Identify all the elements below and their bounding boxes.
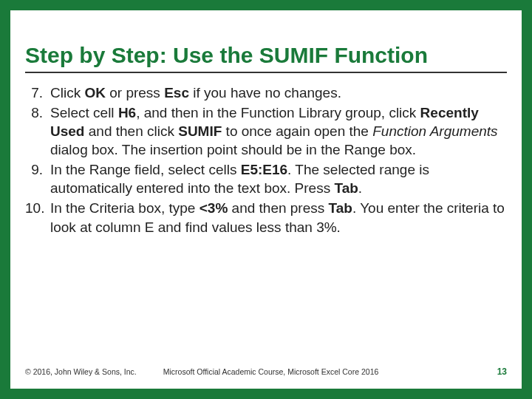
step-number: 10. <box>25 199 50 236</box>
slide-content: Step by Step: Use the SUMIF Function 7. … <box>10 10 522 389</box>
step-text: Click OK or press Esc if you have no cha… <box>50 83 507 102</box>
list-item: 9. In the Range field, select cells E5:E… <box>25 160 507 197</box>
page-title: Step by Step: Use the SUMIF Function <box>25 43 507 67</box>
page-number: 13 <box>497 366 507 377</box>
course-text: Microsoft Official Academic Course, Micr… <box>163 367 497 376</box>
step-text: In the Range field, select cells E5:E16.… <box>50 160 507 197</box>
footer: © 2016, John Wiley & Sons, Inc. Microsof… <box>25 366 507 377</box>
step-number: 8. <box>25 103 50 159</box>
list-item: 8. Select cell H6, and then in the Funct… <box>25 103 507 159</box>
title-rule <box>25 72 507 73</box>
list-item: 7. Click OK or press Esc if you have no … <box>25 83 507 102</box>
step-number: 9. <box>25 160 50 197</box>
step-text: In the Criteria box, type <3% and then p… <box>50 199 507 236</box>
slide-frame: Step by Step: Use the SUMIF Function 7. … <box>0 0 532 399</box>
step-list: 7. Click OK or press Esc if you have no … <box>25 83 507 236</box>
list-item: 10. In the Criteria box, type <3% and th… <box>25 199 507 236</box>
step-text: Select cell H6, and then in the Function… <box>50 103 507 159</box>
step-number: 7. <box>25 83 50 102</box>
copyright-text: © 2016, John Wiley & Sons, Inc. <box>25 367 137 376</box>
